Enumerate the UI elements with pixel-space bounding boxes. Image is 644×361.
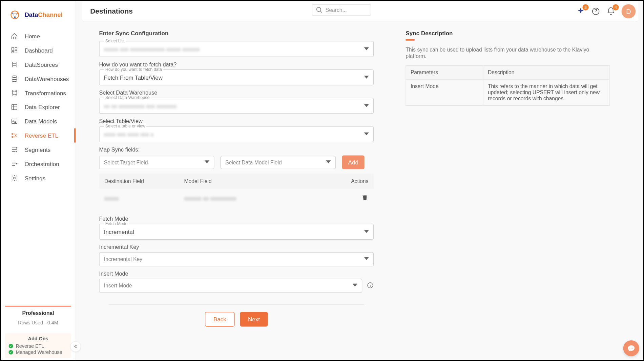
- sidebar-item-home[interactable]: Home: [1, 29, 76, 43]
- chevron-down-icon: [326, 159, 331, 165]
- sidebar-item-label: Orchestration: [25, 161, 59, 167]
- divider: [109, 304, 364, 305]
- add-button[interactable]: Add: [342, 155, 365, 169]
- topbar: Destinations Search... 5 4: [82, 1, 639, 22]
- addon-reverse-etl: ✓Reverse ETL: [9, 343, 68, 349]
- sidebar-item-settings[interactable]: Settings: [1, 171, 76, 185]
- incremental-key-dropdown[interactable]: Incremental Key: [99, 252, 374, 266]
- avatar-initial: D: [626, 7, 631, 15]
- back-button[interactable]: Back: [205, 312, 235, 326]
- svg-point-11: [12, 94, 13, 95]
- select-dw-value: xx xx xxxxxxxxx xxx xxxxxxx: [104, 102, 176, 109]
- collapse-sidebar-button[interactable]: [70, 341, 81, 352]
- addon-label: Reverse ETL: [16, 343, 44, 349]
- svg-point-19: [16, 151, 17, 152]
- param-name: Insert Mode: [406, 79, 483, 105]
- svg-point-22: [317, 7, 321, 12]
- brand-logo[interactable]: DataChannel: [1, 6, 76, 29]
- fetch-mode-dropdown[interactable]: Fetch Mode Incremental: [99, 224, 374, 240]
- sidebar-item-data-models[interactable]: Data Models: [1, 114, 76, 128]
- reverse-etl-icon: [11, 132, 19, 140]
- avatar[interactable]: D: [622, 4, 636, 18]
- dashboard-icon: [11, 46, 19, 55]
- sidebar-item-label: Reverse ETL: [25, 132, 58, 139]
- datawarehouses-icon: [11, 75, 19, 83]
- svg-rect-5: [15, 48, 17, 49]
- segments-icon: [11, 146, 19, 154]
- chevron-down-icon: [364, 46, 369, 53]
- select-list-floating-label: Select List: [104, 38, 126, 43]
- chevron-down-icon: [364, 256, 369, 262]
- param-table-row: Insert Mode This refers to the manner in…: [406, 79, 609, 105]
- fetch-mode-floating-label: Fetch Mode: [104, 221, 129, 226]
- search-icon: [316, 6, 323, 14]
- chat-fab[interactable]: [623, 340, 639, 356]
- select-data-model-field-dropdown[interactable]: Select Data Model Field: [221, 156, 336, 169]
- search-placeholder: Search...: [326, 7, 347, 13]
- info-icon: [367, 282, 374, 289]
- map-row-destination: xxxxx: [104, 195, 184, 202]
- check-icon: ✓: [9, 344, 13, 348]
- chevron-down-icon: [353, 283, 357, 289]
- svg-point-9: [12, 91, 13, 92]
- fetch-value: Fetch From Table/View: [104, 74, 163, 81]
- svg-rect-7: [12, 52, 14, 53]
- sidebar-item-data-explorer[interactable]: Data Explorer: [1, 100, 76, 114]
- sidebar-item-label: DataSources: [25, 61, 58, 68]
- brand-icon: [9, 9, 21, 21]
- sidebar-item-label: DataWarehouses: [25, 75, 69, 82]
- model-placeholder: Select Data Model Field: [225, 159, 282, 165]
- fetch-mode-value: Incremental: [104, 228, 134, 235]
- incremental-key-placeholder: Incremental Key: [104, 256, 142, 262]
- orchestration-icon: [11, 160, 19, 168]
- sidebar-item-label: Data Explorer: [25, 104, 60, 111]
- data-models-icon: [11, 117, 19, 125]
- select-dw-dropdown[interactable]: Select Data Warehouse xx xx xxxxxxxxx xx…: [99, 98, 374, 114]
- search-input[interactable]: Search...: [312, 4, 371, 16]
- svg-rect-13: [12, 104, 17, 110]
- param-th-parameters: Parameters: [406, 66, 483, 80]
- delete-mapping-button[interactable]: [342, 194, 368, 202]
- sync-form: Enter Sync Configuration Select List xxx…: [99, 30, 374, 326]
- svg-point-16: [12, 134, 13, 135]
- notifications-button[interactable]: 4: [606, 7, 615, 16]
- svg-point-18: [16, 147, 17, 148]
- rows-used: Rows Used - 0.4M: [5, 320, 71, 325]
- select-table-dropdown[interactable]: Select a table or view xxxx xxx xxxx xxx…: [99, 126, 374, 142]
- sidebar-item-transformations[interactable]: Transformations: [1, 86, 76, 100]
- chevron-down-icon: [364, 74, 369, 81]
- sync-description-panel: Sync Description This sync can be used t…: [406, 30, 610, 326]
- insert-mode-dropdown[interactable]: Insert Mode: [99, 279, 362, 293]
- sidebar-item-dashboard[interactable]: Dashboard: [1, 43, 76, 58]
- description-underline: [406, 39, 415, 41]
- home-icon: [11, 32, 19, 40]
- svg-point-12: [16, 94, 17, 95]
- spark-button[interactable]: 5: [576, 7, 585, 16]
- help-button[interactable]: [591, 7, 600, 16]
- main: Destinations Search... 5 4: [76, 1, 644, 361]
- sidebar-item-datawarehouses[interactable]: DataWarehouses: [1, 72, 76, 86]
- next-button[interactable]: Next: [240, 312, 268, 326]
- chevron-down-icon: [364, 102, 369, 109]
- sidebar: DataChannel Home Dashboard DataSources D…: [1, 1, 76, 361]
- map-table-row: xxxxx xxxxxx xx xxxxxxxxx: [99, 189, 374, 208]
- sidebar-item-segments[interactable]: Segments: [1, 143, 76, 157]
- description-text: This sync can be used to upload lists fr…: [406, 47, 610, 59]
- insert-mode-placeholder: Insert Mode: [104, 283, 132, 289]
- spark-badge: 5: [582, 4, 588, 10]
- select-list-dropdown[interactable]: Select List xxxxx xxx xxxxxxxxxxxx xxxxx…: [99, 41, 374, 57]
- sidebar-item-reverse-etl[interactable]: Reverse ETL: [1, 128, 76, 143]
- plan-name: Professional: [5, 310, 71, 316]
- map-header-actions: Actions: [342, 178, 368, 184]
- fetch-method-dropdown[interactable]: How do you want to fetch data Fetch From…: [99, 69, 374, 85]
- sidebar-item-orchestration[interactable]: Orchestration: [1, 157, 76, 171]
- sidebar-item-datasources[interactable]: DataSources: [1, 57, 76, 72]
- select-target-field-dropdown[interactable]: Select Target Field: [99, 156, 214, 169]
- insert-mode-info-button[interactable]: [367, 282, 374, 290]
- fetch-mode-heading: Fetch Mode: [99, 216, 374, 222]
- sidebar-item-label: Data Models: [25, 118, 57, 125]
- select-list-value: xxxxx xxx xxxxxxxxxxxx xxxxx xxxxxx: [104, 46, 200, 53]
- param-desc: This refers to the manner in which data …: [483, 79, 609, 105]
- map-header-destination: Destination Field: [104, 178, 184, 184]
- map-table-header: Destination Field Model Field Actions: [99, 174, 374, 188]
